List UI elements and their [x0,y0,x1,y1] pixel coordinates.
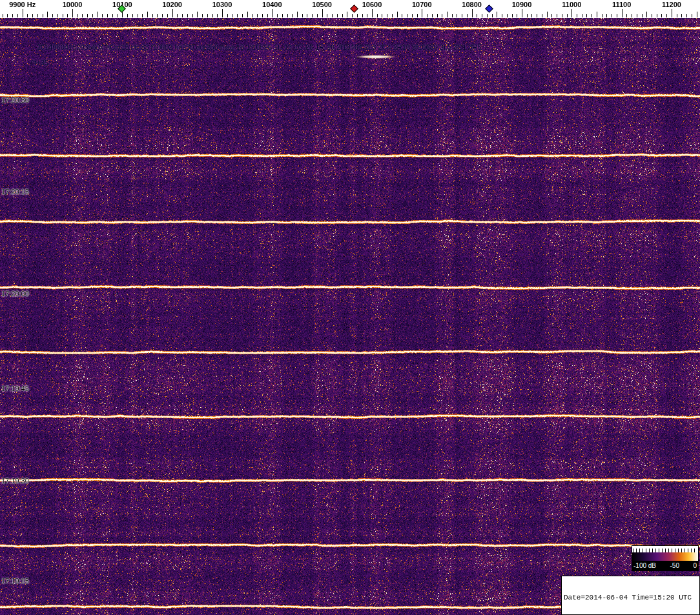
freq-tick-label: 10700 [412,1,432,8]
time-label: 17:19:45 [1,385,29,392]
meteor-detection-annotation: 20140604152035604 hCnt15 nb-83 f10602 hi… [37,43,482,51]
freq-tick-label: 11100 [612,1,631,8]
spectrogram-app-window: 9900 Hz100001010010200103001040010500106… [0,0,700,615]
db-min-label: -100 dB [633,562,656,569]
db-scale-ticks [632,546,698,552]
freq-tick-label: 10000 [63,1,83,8]
freq-tick-label: 9900 Hz [9,1,36,8]
db-max-label: 0 [693,562,697,569]
db-scale-gradient [632,552,698,561]
frequency-ruler: 9900 Hz100001010010200103001040010500106… [0,0,700,18]
observation-info-box: Date=2014-06-04 Time=15:20 UTC Freq=143 … [561,576,700,615]
spectrogram-waterfall-canvas [0,18,700,615]
freq-tick-label: 10600 [362,1,382,8]
time-label: 17:20:15 [1,188,29,196]
info-date-line: Date=2014-06-04 Time=15:20 UTC [564,594,697,602]
freq-tick-label: 10500 [312,1,332,8]
time-label: 17:19:15 [1,577,29,585]
cursor-time-note: ^t+35 [31,59,48,66]
time-label: 17:19:30 [1,477,29,485]
time-label: 17:20:00 [1,290,29,297]
freq-tick-label: 11000 [562,1,581,8]
freq-tick-label: 10400 [262,1,282,8]
freq-tick-label: 10300 [212,1,232,8]
db-scale-labels: -100 dB -50 0 [632,561,698,570]
time-label: 17:20:30 [1,96,29,104]
freq-tick-label: 11200 [662,1,681,8]
freq-tick-label: 10900 [512,1,532,8]
db-scale-legend: -100 dB -50 0 [632,545,699,571]
freq-tick-label: 10800 [462,1,482,8]
db-mid-label: -50 [670,562,679,569]
freq-tick-label: 10200 [162,1,182,8]
